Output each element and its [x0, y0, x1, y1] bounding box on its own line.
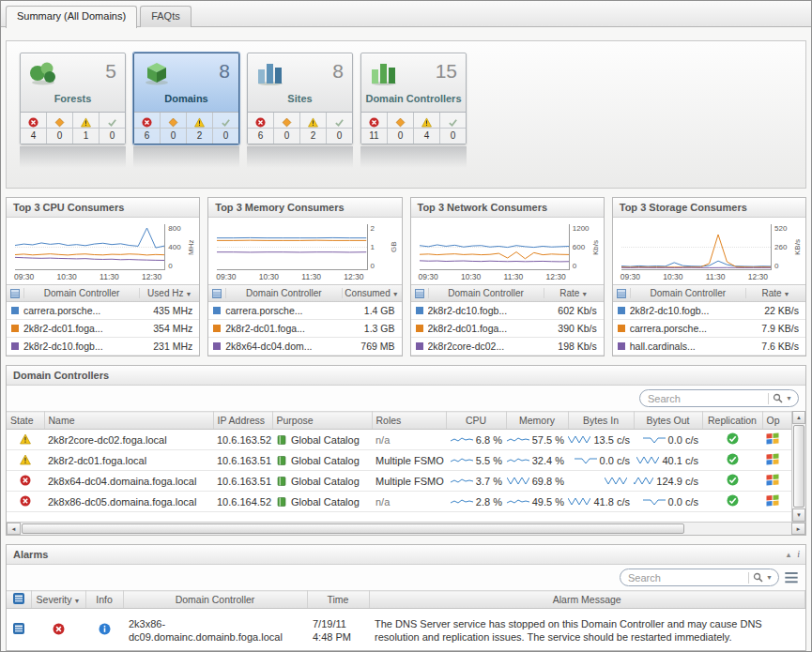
divider [748, 572, 749, 584]
col-state[interactable]: State [7, 412, 44, 430]
vertical-scrollbar[interactable]: ▲ ▼ [791, 411, 805, 522]
dashboard-content: 5 Forests 4 0 1 [1, 27, 811, 652]
list-item[interactable]: carrera.porsche... 7.9 KB/s [613, 320, 805, 338]
search-input[interactable] [648, 393, 766, 404]
column-header-name[interactable]: Domain Controller [225, 288, 341, 298]
col-name[interactable]: Name [44, 412, 213, 430]
collapse-icon[interactable]: ▴ [787, 545, 791, 564]
list-item[interactable]: 2k8r2-dc01.foga... 1.3 GB [208, 320, 401, 338]
tile-reflection [360, 146, 467, 168]
memory-cell: 32.4 % [532, 455, 564, 466]
info-icon[interactable] [99, 623, 111, 635]
ip-cell: 10.6.163.51 [213, 450, 272, 471]
series-swatch [11, 325, 19, 332]
col-time[interactable]: Time [307, 591, 369, 609]
series-swatch [618, 342, 625, 350]
name-cell: 2k8r2-dc01.foga.local [44, 450, 213, 471]
series-swatch [11, 307, 19, 314]
col-info[interactable]: Info [85, 591, 123, 609]
col-roles[interactable]: Roles [372, 412, 446, 430]
col-bytes-in[interactable]: Bytes In [568, 412, 634, 430]
tile-column: 8 Domains 6 0 2 [133, 53, 239, 188]
col-purpose[interactable]: Purpose [272, 412, 372, 430]
sites-icon [254, 59, 286, 85]
scrollbar-thumb[interactable] [793, 425, 804, 508]
col-replication[interactable]: Replication [702, 412, 762, 430]
list-item[interactable]: 2k8r2-dc10.fogb... 22 KB/s [613, 302, 805, 320]
table-row[interactable]: 2k8x86-dc05.domaina.foga.local 10.6.164.… [7, 492, 791, 512]
table-row[interactable]: 2k8r2-dc01.foga.local 10.6.163.51 Global… [7, 450, 791, 471]
column-header-value[interactable]: Rate▼ [745, 288, 805, 298]
top3-table: Domain Controller Rate▼ 2k8r2-dc10.fogb.… [613, 284, 805, 356]
critical-icon [282, 117, 292, 128]
purpose-cell: Global Catalog [291, 455, 360, 466]
list-item[interactable]: carrera.porsche... 1.4 GB [208, 302, 401, 320]
table-row[interactable]: 2k8r2core-dc02.foga.local 10.6.163.52 Gl… [7, 430, 791, 450]
horizontal-scrollbar[interactable]: ◄ ► [7, 522, 805, 535]
col-memory[interactable]: Memory [506, 412, 568, 430]
tab-summary[interactable]: Summary (All Domains) [6, 6, 137, 28]
column-header-value[interactable]: Used Hz▼ [139, 288, 199, 298]
scroll-down-button[interactable]: ▼ [792, 508, 805, 522]
column-header-name[interactable]: Domain Controller [630, 288, 745, 298]
scroll-right-button[interactable]: ► [791, 523, 805, 535]
search-box[interactable]: ▼ [639, 389, 799, 407]
sort-desc-icon: ▼ [784, 291, 790, 297]
col-object-icon[interactable] [7, 591, 31, 609]
tab-faqts[interactable]: FAQts [140, 6, 192, 27]
y-tick: 600 [573, 243, 591, 251]
column-header-name[interactable]: Domain Controller [23, 288, 139, 298]
table-row[interactable]: 2k3x86-dc09.domainc.domainb.foga.local 7… [7, 609, 805, 652]
search-icon[interactable] [753, 572, 763, 583]
ad-object-icon [13, 593, 24, 604]
col-domain-controller[interactable]: Domain Controller [123, 591, 307, 609]
fatal-icon [369, 117, 379, 128]
search-input[interactable] [628, 572, 746, 584]
normal-icon [221, 117, 231, 128]
column-header-value[interactable]: Rate▼ [544, 288, 604, 298]
tile-sites[interactable]: 8 Sites 6 0 2 [247, 53, 353, 144]
warning-icon [194, 117, 205, 128]
list-item[interactable]: hall.cardinals... 7.6 KB/s [613, 338, 805, 356]
severity-fatal-icon [53, 623, 65, 635]
column-header-name[interactable]: Domain Controller [428, 288, 544, 298]
windows-icon [766, 474, 779, 486]
list-item[interactable]: 2k8r2-dc10.fogb... 231 MHz [7, 338, 199, 356]
list-item[interactable]: carrera.porsche... 435 MHz [7, 302, 199, 320]
series-swatch [618, 325, 625, 332]
warning-icon [421, 117, 432, 128]
list-item[interactable]: 2k8r2-dc01.foga... 354 MHz [7, 320, 199, 338]
col-bytes-out[interactable]: Bytes Out [634, 412, 702, 430]
list-item[interactable]: 2k8r2core-dc02... 198 Kb/s [411, 338, 604, 356]
list-item[interactable]: 2k8x64-dc04.dom... 769 MB [208, 338, 401, 356]
scroll-up-button[interactable]: ▲ [792, 411, 805, 424]
panel-info-icon[interactable]: i [797, 545, 800, 564]
column-header-value[interactable]: Consumed▼ [342, 288, 402, 298]
view-options-icon[interactable] [784, 570, 799, 585]
col-severity[interactable]: Severity▼ [31, 591, 85, 609]
search-dropdown-icon[interactable]: ▼ [786, 395, 792, 402]
series-swatch [213, 307, 221, 314]
tile-forests[interactable]: 5 Forests 4 0 1 [20, 53, 126, 144]
search-icon[interactable] [773, 393, 783, 403]
panel-title: Top 3 Network Consumers [411, 198, 604, 218]
y-tick: 2 [371, 224, 390, 233]
global-catalog-icon [276, 476, 287, 487]
tile-domains[interactable]: 8 Domains 6 0 2 [133, 53, 239, 144]
scrollbar-thumb[interactable] [22, 523, 684, 534]
y-tick: 800 [168, 224, 187, 233]
col-ip[interactable]: IP Address [213, 412, 272, 430]
alarm-dc-cell: 2k3x86-dc09.domainc.domainb.foga.local [123, 609, 307, 652]
tile-domain-controllers[interactable]: 15 Domain Controllers 11 0 [360, 53, 467, 144]
search-box[interactable]: ▼ [620, 569, 779, 586]
col-os[interactable]: Op [762, 412, 791, 430]
app-window: Summary (All Domains) FAQts 5 Forests [0, 0, 812, 652]
search-dropdown-icon[interactable]: ▼ [766, 574, 773, 581]
list-item[interactable]: 2k8r2-dc01.foga... 390 Kb/s [411, 320, 604, 338]
y-tick: 0 [774, 262, 793, 270]
list-item[interactable]: 2k8r2-dc10.fogb... 602 Kb/s [411, 302, 604, 320]
col-cpu[interactable]: CPU [446, 412, 506, 430]
table-row[interactable]: 2k8x64-dc04.domaina.foga.local 10.6.163.… [7, 471, 791, 492]
scroll-left-button[interactable]: ◄ [7, 523, 21, 535]
col-alarm-message[interactable]: Alarm Message [369, 591, 805, 609]
